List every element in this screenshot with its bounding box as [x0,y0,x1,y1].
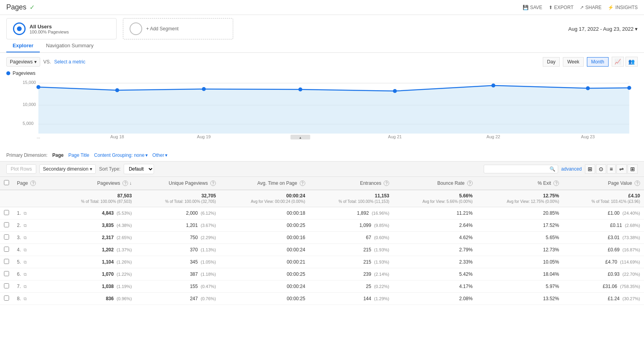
pageviews-help-icon[interactable]: ? [122,180,128,186]
svg-text:Aug 21: Aug 21 [388,134,402,139]
copy-icon-3[interactable]: ⧉ [24,235,27,240]
row-unique-pv-4: 370 (1.13%) [136,244,220,256]
row-avg-time-6: 00:00:25 [220,268,309,281]
add-segment-button[interactable]: + Add Segment [123,18,233,39]
row-unique-pv-1: 2,000 (6.12%) [136,207,220,219]
copy-icon-5[interactable]: ⧉ [24,260,27,264]
row-bounce-1: 11.21% [393,207,477,219]
avg-time-help-icon[interactable]: ? [300,180,305,186]
month-button[interactable]: Month [587,57,609,67]
week-button[interactable]: Week [563,57,583,67]
select-metric-link[interactable]: Select a metric [54,59,85,65]
copy-icon-6[interactable]: ⧉ [24,272,27,277]
row-checkbox-4[interactable] [0,244,13,256]
row-checkbox-7[interactable] [0,281,13,293]
row-entrances-2: 1,099 (9.85%) [309,219,393,232]
row-unique-pv-2: 1,201 (3.67%) [136,219,220,232]
row-avg-time-1: 00:00:18 [220,207,309,219]
search-input[interactable] [486,166,549,172]
svg-point-7 [37,85,41,89]
row-value-7: £31.06 (758.35%) [563,281,644,293]
compare-view-button[interactable]: ⇌ [616,164,627,174]
bar-chart-button[interactable]: 👥 [625,57,638,67]
pie-view-button[interactable]: ⊙ [596,164,606,174]
row-avg-time-2: 00:00:25 [220,219,309,232]
save-button[interactable]: 💾 SAVE [523,5,542,10]
bounce-help-icon[interactable]: ? [467,180,473,186]
unique-pv-help-icon[interactable]: ? [210,180,216,186]
row-exit-6: 18.04% [477,268,563,281]
table-row: 7. ⧉ 1,038 (1.19%) 155 (0.47%) 00:00:24 … [0,281,644,293]
copy-icon-2[interactable]: ⧉ [24,223,27,228]
svg-text:Aug 22: Aug 22 [486,134,500,139]
pivot-view-button[interactable]: ⊞ [627,164,638,174]
sort-type-select[interactable]: Default [124,164,154,174]
copy-icon-8[interactable]: ⧉ [24,296,27,301]
row-value-5: £4.70 (114.69%) [563,256,644,268]
row-checkbox-3[interactable] [0,232,13,244]
add-segment-circle [130,22,142,35]
row-unique-pv-6: 387 (1.18%) [136,268,220,281]
row-pageviews-2: 3,835 (4.38%) [52,219,135,232]
page-help-icon[interactable]: ? [30,180,36,186]
tab-navigation-summary[interactable]: Navigation Summary [40,39,100,52]
chart-area: Pageviews 15,000 10,000 5,000 ... Aug 18… [0,71,644,149]
select-all-checkbox-header[interactable] [0,177,13,190]
copy-icon-4[interactable]: ⧉ [24,247,27,252]
dim-page-link[interactable]: Page [52,152,64,158]
tab-explorer[interactable]: Explorer [6,39,40,52]
dim-content-grouping-dropdown[interactable]: Content Grouping: none ▾ [94,152,148,158]
row-pageviews-5: 1,104 (1.26%) [52,256,135,268]
value-help-icon[interactable]: ? [635,180,640,186]
row-page-5[interactable]: 5. ⧉ [13,256,52,268]
row-checkbox-8[interactable] [0,293,13,305]
advanced-link[interactable]: advanced [561,166,582,172]
svg-text:Aug 23: Aug 23 [581,134,595,139]
insights-button[interactable]: ⚡ INSIGHTS [608,5,638,10]
search-icon[interactable]: 🔍 [549,166,555,172]
date-range-selector[interactable]: Aug 17, 2022 - Aug 23, 2022 ▾ [568,26,638,32]
row-page-6[interactable]: 6. ⧉ [13,268,52,281]
row-page-2[interactable]: 2. ⧉ [13,219,52,232]
svg-point-10 [299,87,303,91]
svg-text:10,000: 10,000 [23,102,36,107]
share-button[interactable]: ↗ SHARE [580,5,601,10]
row-exit-4: 12.73% [477,244,563,256]
dim-other-dropdown[interactable]: Other ▾ [152,152,167,158]
row-page-1[interactable]: 1. ⧉ [13,207,52,219]
row-page-8[interactable]: 8. ⧉ [13,293,52,305]
day-button[interactable]: Day [543,57,560,67]
list-view-button[interactable]: ≡ [607,164,616,174]
secondary-dimension-dropdown[interactable]: Secondary dimension ▾ [39,164,96,174]
row-checkbox-2[interactable] [0,219,13,232]
entrances-help-icon[interactable]: ? [384,180,389,186]
row-pageviews-8: 836 (0.96%) [52,293,135,305]
all-users-segment[interactable]: All Users 100.00% Pageviews [6,18,117,39]
export-button[interactable]: ⬆ EXPORT [549,5,573,10]
table-controls-left: Plot Rows Secondary dimension ▾ Sort Typ… [6,164,154,174]
row-checkbox-5[interactable] [0,256,13,268]
row-checkbox-1[interactable] [0,207,13,219]
dim-page-title-link[interactable]: Page Title [68,152,89,158]
row-exit-3: 5.65% [477,232,563,244]
row-value-8: £1.24 (30.27%) [563,293,644,305]
row-entrances-6: 239 (2.14%) [309,268,393,281]
col-exit: % Exit ? [477,177,563,190]
row-bounce-7: 4.17% [393,281,477,293]
row-checkbox-6[interactable] [0,268,13,281]
tabs-container: Explorer Navigation Summary [0,39,644,53]
col-pageviews[interactable]: Pageviews ? ↓ [52,177,135,190]
plot-rows-button[interactable]: Plot Rows [6,164,36,174]
copy-icon-1[interactable]: ⧉ [24,211,27,216]
row-exit-8: 13.52% [477,293,563,305]
metric-1-dropdown[interactable]: Pageviews ▾ [6,57,40,67]
exit-help-icon[interactable]: ? [553,180,559,186]
copy-icon-7[interactable]: ⧉ [24,284,27,289]
row-page-3[interactable]: 3. ⧉ [13,232,52,244]
row-value-1: £1.00 (24.40%) [563,207,644,219]
primary-dim-label: Primary Dimension: [6,152,48,158]
row-page-7[interactable]: 7. ⧉ [13,281,52,293]
row-page-4[interactable]: 4. ⧉ [13,244,52,256]
grid-view-button[interactable]: ⊞ [585,164,595,174]
line-chart-button[interactable]: 📈 [612,57,624,67]
